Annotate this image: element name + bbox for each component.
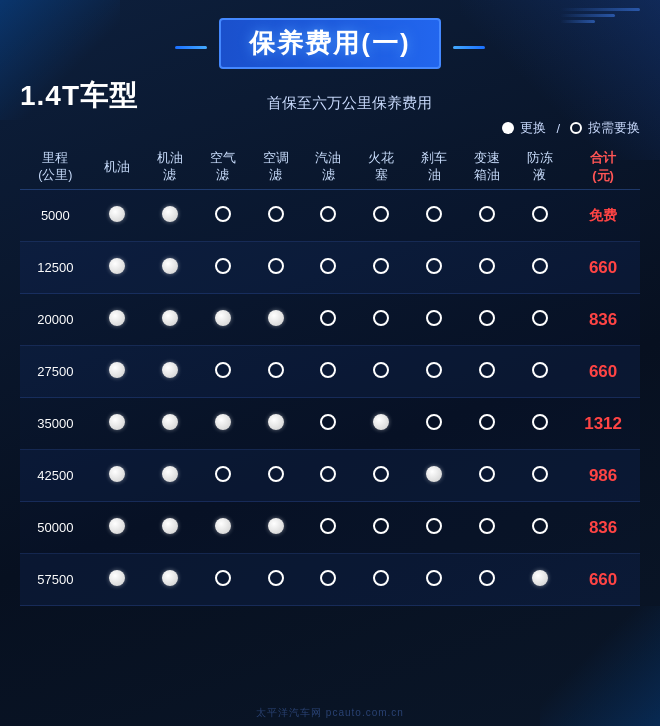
title-box: 保养费用(一) xyxy=(219,18,440,69)
cell-mileage: 57500 xyxy=(20,554,91,606)
th-gearbox-oil: 变速箱油 xyxy=(461,145,514,190)
table-row: 27500660 xyxy=(20,346,640,398)
cell-indicator xyxy=(302,450,355,502)
cell-indicator xyxy=(513,398,566,450)
filled-circle-icon xyxy=(426,466,442,482)
cell-indicator xyxy=(355,242,408,294)
cell-indicator xyxy=(196,502,249,554)
filled-circle-icon xyxy=(215,310,231,326)
cell-indicator xyxy=(91,398,144,450)
filled-circle-icon xyxy=(268,518,284,534)
table-row: 57500660 xyxy=(20,554,640,606)
empty-circle-icon xyxy=(373,362,389,378)
filled-circle-icon xyxy=(162,466,178,482)
cell-indicator xyxy=(302,398,355,450)
filled-circle-icon xyxy=(109,466,125,482)
legend-slash: / xyxy=(556,121,560,136)
th-oil-filter: 机油滤 xyxy=(144,145,197,190)
table-row: 42500986 xyxy=(20,450,640,502)
filled-circle-icon xyxy=(109,362,125,378)
legend-empty-label: 按需要换 xyxy=(588,119,640,137)
table-header-row: 里程(公里) 机油 机油滤 空气滤 空调滤 汽油滤 火花塞 刹车油 变速箱油 防… xyxy=(20,145,640,190)
cell-indicator xyxy=(461,554,514,606)
cell-total: 660 xyxy=(566,554,640,606)
cell-indicator xyxy=(91,346,144,398)
empty-circle-icon xyxy=(320,518,336,534)
filled-circle-icon xyxy=(109,570,125,586)
cell-mileage: 50000 xyxy=(20,502,91,554)
empty-circle-icon xyxy=(373,518,389,534)
cell-indicator xyxy=(196,346,249,398)
cell-indicator xyxy=(91,190,144,242)
cell-indicator xyxy=(91,450,144,502)
empty-circle-icon xyxy=(479,310,495,326)
car-type-label: 1.4T车型 xyxy=(20,77,138,115)
filled-dot-icon xyxy=(502,122,514,134)
empty-circle-icon xyxy=(426,258,442,274)
cell-indicator xyxy=(408,450,461,502)
empty-circle-icon xyxy=(215,206,231,222)
cell-mileage: 27500 xyxy=(20,346,91,398)
cell-mileage: 12500 xyxy=(20,242,91,294)
cell-indicator xyxy=(513,346,566,398)
empty-circle-icon xyxy=(479,362,495,378)
empty-circle-icon xyxy=(479,414,495,430)
cell-indicator xyxy=(196,242,249,294)
cell-indicator xyxy=(461,398,514,450)
cell-total: 836 xyxy=(566,294,640,346)
cell-indicator xyxy=(91,554,144,606)
cell-indicator xyxy=(408,346,461,398)
cell-indicator xyxy=(461,346,514,398)
cell-total: 986 xyxy=(566,450,640,502)
cell-indicator xyxy=(408,190,461,242)
empty-circle-icon xyxy=(426,570,442,586)
subtitle-row: 1.4T车型 首保至六万公里保养费用 xyxy=(20,77,640,115)
cell-indicator xyxy=(355,346,408,398)
cell-indicator xyxy=(461,242,514,294)
cell-indicator xyxy=(513,450,566,502)
cell-indicator xyxy=(144,190,197,242)
cell-total: 836 xyxy=(566,502,640,554)
empty-circle-icon xyxy=(426,310,442,326)
th-antifreeze: 防冻液 xyxy=(513,145,566,190)
filled-circle-icon xyxy=(162,206,178,222)
cell-indicator xyxy=(196,190,249,242)
filled-circle-icon xyxy=(162,258,178,274)
cell-indicator xyxy=(461,190,514,242)
cell-indicator xyxy=(355,450,408,502)
cell-indicator xyxy=(249,242,302,294)
title-section: 保养费用(一) xyxy=(20,18,640,69)
cell-indicator xyxy=(196,294,249,346)
cell-mileage: 42500 xyxy=(20,450,91,502)
empty-circle-icon xyxy=(373,258,389,274)
empty-circle-icon xyxy=(532,258,548,274)
empty-circle-icon xyxy=(268,570,284,586)
empty-circle-icon xyxy=(215,570,231,586)
empty-circle-icon xyxy=(532,518,548,534)
cell-indicator xyxy=(408,554,461,606)
filled-circle-icon xyxy=(162,518,178,534)
filled-circle-icon xyxy=(373,414,389,430)
empty-circle-icon xyxy=(479,258,495,274)
empty-circle-icon xyxy=(532,466,548,482)
cell-indicator xyxy=(513,502,566,554)
empty-circle-icon xyxy=(426,362,442,378)
th-mileage: 里程(公里) xyxy=(20,145,91,190)
empty-circle-icon xyxy=(268,362,284,378)
cell-indicator xyxy=(408,502,461,554)
empty-circle-icon xyxy=(532,206,548,222)
cell-indicator xyxy=(302,502,355,554)
empty-circle-icon xyxy=(532,310,548,326)
legend-filled-label: 更换 xyxy=(520,119,546,137)
cell-indicator xyxy=(249,502,302,554)
cell-indicator xyxy=(196,450,249,502)
empty-circle-icon xyxy=(320,258,336,274)
cell-indicator xyxy=(144,502,197,554)
empty-circle-icon xyxy=(373,206,389,222)
subtitle-text: 首保至六万公里保养费用 xyxy=(138,94,560,115)
filled-circle-icon xyxy=(215,414,231,430)
empty-circle-icon xyxy=(320,206,336,222)
cell-indicator xyxy=(249,190,302,242)
empty-circle-icon xyxy=(532,414,548,430)
empty-circle-icon xyxy=(373,466,389,482)
